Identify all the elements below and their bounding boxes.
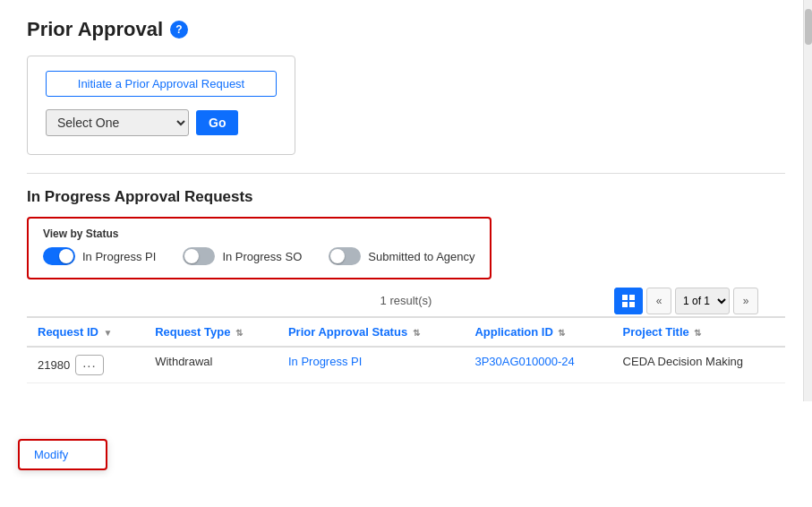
results-row: 1 result(s) « 1 of 1 » bbox=[27, 294, 785, 307]
page-select-dropdown[interactable]: 1 of 1 bbox=[675, 288, 730, 314]
data-table: Request ID ▼ Request Type ⇅ Prior Approv… bbox=[27, 316, 785, 383]
toggle-submitted-agency[interactable] bbox=[329, 247, 361, 265]
pagination-next-button[interactable]: » bbox=[733, 288, 758, 314]
grid-view-button[interactable] bbox=[614, 288, 643, 314]
cell-prior-approval-status: In Progress PI bbox=[278, 347, 464, 383]
col-header-project-title[interactable]: Project Title ⇅ bbox=[612, 317, 785, 347]
col-header-request-id[interactable]: Request ID ▼ bbox=[27, 317, 144, 347]
view-by-status-label: View by Status bbox=[43, 228, 475, 240]
toggle-label-in-progress-pi: In Progress PI bbox=[82, 250, 156, 263]
svg-rect-0 bbox=[622, 295, 628, 300]
go-button[interactable]: Go bbox=[196, 110, 238, 135]
sort-icon-request-type: ⇅ bbox=[235, 328, 243, 338]
cell-request-id: 21980 ··· bbox=[27, 347, 144, 383]
section-divider bbox=[27, 173, 785, 174]
svg-rect-1 bbox=[629, 295, 635, 300]
table-header-row: Request ID ▼ Request Type ⇅ Prior Approv… bbox=[27, 317, 785, 347]
table-row: 21980 ··· Withdrawal In Progress PI 3P30… bbox=[27, 347, 785, 383]
cell-application-id: 3P30AG010000-24 bbox=[464, 347, 611, 383]
cell-project-title: CEDA Decision Making bbox=[612, 347, 785, 383]
sort-icon-application-id: ⇅ bbox=[558, 328, 565, 338]
toggle-in-progress-pi[interactable] bbox=[43, 247, 75, 265]
initiate-card: Initiate a Prior Approval Request Select… bbox=[27, 56, 295, 155]
help-icon[interactable]: ? bbox=[170, 21, 188, 39]
dropdown-item-modify[interactable]: Modify bbox=[20, 441, 106, 468]
initiate-prior-approval-button[interactable]: Initiate a Prior Approval Request bbox=[46, 71, 277, 97]
section-title: In Progress Approval Requests bbox=[27, 188, 785, 206]
view-by-status-box: View by Status In Progress PI In Pro bbox=[27, 217, 491, 279]
toggle-item-in-progress-so: In Progress SO bbox=[183, 247, 302, 265]
sort-icon-project-title: ⇅ bbox=[694, 328, 701, 338]
sort-icon-prior-approval-status: ⇅ bbox=[413, 328, 420, 338]
select-one-dropdown[interactable]: Select One bbox=[46, 109, 189, 136]
action-dropdown-popup: Modify bbox=[18, 439, 107, 470]
col-header-application-id[interactable]: Application ID ⇅ bbox=[464, 317, 611, 347]
scrollbar[interactable] bbox=[803, 0, 812, 401]
page-title: Prior Approval bbox=[27, 18, 163, 41]
toggle-label-in-progress-so: In Progress SO bbox=[222, 250, 302, 263]
toggle-row: In Progress PI In Progress SO Subm bbox=[43, 247, 475, 265]
toggle-item-submitted-agency: Submitted to Agency bbox=[329, 247, 474, 265]
svg-rect-2 bbox=[622, 302, 628, 307]
sort-icon-request-id: ▼ bbox=[104, 328, 113, 338]
pagination-controls: « 1 of 1 » bbox=[614, 288, 758, 314]
action-cell: 21980 ··· bbox=[38, 355, 133, 375]
cell-request-type: Withdrawal bbox=[144, 347, 278, 383]
scrollbar-thumb bbox=[805, 9, 812, 45]
pagination-prev-button[interactable]: « bbox=[646, 288, 671, 314]
select-row: Select One Go bbox=[46, 109, 277, 136]
toggle-in-progress-so[interactable] bbox=[183, 247, 215, 265]
action-menu-button[interactable]: ··· bbox=[75, 355, 104, 375]
col-header-prior-approval-status[interactable]: Prior Approval Status ⇅ bbox=[278, 317, 464, 347]
col-header-request-type[interactable]: Request Type ⇅ bbox=[144, 317, 278, 347]
application-id-link[interactable]: 3P30AG010000-24 bbox=[474, 355, 574, 368]
svg-rect-3 bbox=[629, 302, 635, 307]
toggle-label-submitted-agency: Submitted to Agency bbox=[368, 250, 474, 263]
toggle-item-in-progress-pi: In Progress PI bbox=[43, 247, 156, 265]
